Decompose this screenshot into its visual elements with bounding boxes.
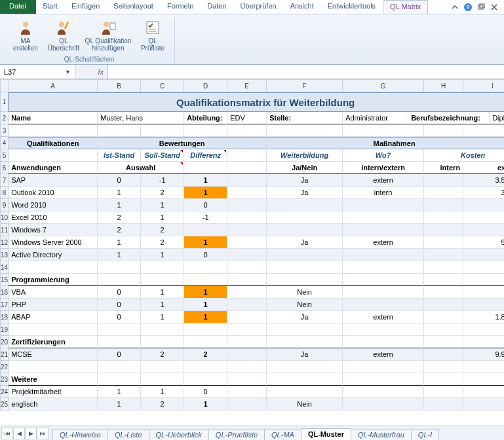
column-header[interactable]: E — [227, 79, 267, 92]
data-wo[interactable] — [343, 386, 424, 398]
data-item[interactable]: MCSE — [9, 348, 98, 361]
data-wo[interactable] — [343, 211, 424, 224]
empty-cell[interactable] — [98, 274, 141, 286]
data-soll[interactable]: 1 — [141, 249, 184, 261]
empty-cell[interactable] — [227, 224, 267, 236]
label-abteilung[interactable]: Abteilung: — [184, 112, 227, 124]
data-weiterbildung[interactable]: Ja — [267, 174, 343, 187]
empty-cell[interactable] — [227, 373, 267, 386]
subheader-ist[interactable]: Ist-Stand — [98, 149, 141, 162]
data-diff[interactable]: 0 — [184, 386, 227, 398]
window-restore-icon[interactable] — [476, 3, 486, 12]
empty-cell[interactable] — [9, 361, 98, 373]
section-weitere[interactable]: Weitere — [9, 373, 98, 386]
data-ist[interactable]: 0 — [98, 286, 141, 299]
empty-cell[interactable] — [267, 124, 343, 137]
data-intern[interactable] — [424, 236, 463, 249]
data-extern[interactable]: 390 € — [463, 187, 504, 199]
data-item[interactable]: Windows Server 2008 — [9, 236, 98, 249]
data-intern[interactable] — [424, 348, 463, 361]
row-header[interactable]: 9 — [0, 199, 9, 211]
data-soll[interactable]: 2 — [141, 348, 184, 361]
data-diff[interactable]: 0 — [184, 199, 227, 211]
data-soll[interactable]: 2 — [141, 187, 184, 199]
subheader-soll[interactable]: Soll-Stand — [141, 149, 184, 162]
sheet-tab[interactable]: QL-Hinweise — [52, 429, 108, 440]
data-diff[interactable]: 1 — [184, 286, 227, 299]
subheader-wo[interactable]: Wo? — [343, 149, 424, 162]
sheet-tab[interactable]: QL-Muster — [301, 428, 351, 440]
row-header[interactable]: 4 — [0, 137, 9, 149]
row-header[interactable]: 3 — [0, 124, 9, 137]
column-header[interactable]: I — [463, 79, 504, 92]
column-header[interactable]: A — [9, 79, 98, 92]
tab-developer[interactable]: Entwicklertools — [321, 0, 383, 14]
subheader-extern[interactable]: extern — [463, 162, 504, 174]
help-icon[interactable]: ? — [463, 3, 473, 12]
empty-cell[interactable] — [141, 361, 184, 373]
value-abteilung[interactable]: EDV — [227, 112, 267, 124]
data-item[interactable]: Active Directory — [9, 249, 98, 261]
data-weiterbildung[interactable]: Nein — [267, 286, 343, 299]
row-header[interactable]: 18 — [0, 311, 9, 323]
data-ist[interactable]: 2 — [98, 224, 141, 236]
data-wo[interactable]: extern — [343, 174, 424, 187]
empty-cell[interactable] — [227, 162, 267, 174]
subheader-auswahl[interactable]: Auswahl — [98, 162, 184, 174]
data-wo[interactable] — [343, 286, 424, 299]
sheet-tab[interactable]: QL-MA — [264, 429, 301, 440]
data-wo[interactable] — [343, 224, 424, 236]
empty-cell[interactable] — [98, 124, 141, 137]
data-ist[interactable]: 1 — [98, 187, 141, 199]
empty-cell[interactable] — [9, 323, 98, 336]
data-intern[interactable] — [424, 386, 463, 398]
data-item[interactable]: englisch — [9, 398, 98, 411]
data-item[interactable]: Word 2010 — [9, 199, 98, 211]
data-intern[interactable] — [424, 174, 463, 187]
sheet-tab[interactable]: QL-Pruefliste — [208, 429, 265, 440]
empty-cell[interactable] — [424, 323, 463, 336]
empty-cell[interactable] — [141, 373, 184, 386]
empty-cell[interactable] — [227, 274, 267, 286]
data-ist[interactable]: 1 — [98, 199, 141, 211]
data-ist[interactable]: 0 — [98, 174, 141, 187]
subheader-kosten[interactable]: Kosten — [424, 149, 504, 162]
data-ist[interactable]: 1 — [98, 249, 141, 261]
data-soll[interactable]: -1 — [141, 174, 184, 187]
subheader-weiterbildung[interactable]: Weiterbildung — [267, 149, 343, 162]
data-diff[interactable]: 1 — [184, 398, 227, 411]
empty-cell[interactable] — [227, 211, 267, 224]
data-soll[interactable]: 1 — [141, 199, 184, 211]
empty-cell[interactable] — [343, 323, 424, 336]
header-massnahmen[interactable]: Maßnahmen — [267, 137, 504, 149]
row-header[interactable]: 2 — [0, 112, 9, 124]
data-diff[interactable]: 0 — [184, 249, 227, 261]
tab-data[interactable]: Daten — [201, 0, 233, 14]
row-header[interactable]: 15 — [0, 274, 9, 286]
sheet-nav-last[interactable]: ⏭ — [37, 428, 48, 439]
sheet-tab[interactable]: QL-I — [411, 429, 439, 440]
data-extern[interactable] — [463, 299, 504, 311]
empty-cell[interactable] — [98, 336, 141, 348]
data-ist[interactable]: 0 — [98, 311, 141, 323]
tab-formulas[interactable]: Formeln — [161, 0, 201, 14]
data-item[interactable]: PHP — [9, 299, 98, 311]
empty-cell[interactable] — [463, 261, 504, 274]
empty-cell[interactable] — [141, 261, 184, 274]
data-intern[interactable] — [424, 286, 463, 299]
value-beruf[interactable]: Dipl. Informatiker — [490, 112, 504, 124]
empty-cell[interactable] — [227, 199, 267, 211]
empty-cell[interactable] — [227, 236, 267, 249]
row-header[interactable]: 1 — [0, 92, 9, 112]
column-header[interactable]: H — [424, 79, 463, 92]
row-header[interactable]: 19 — [0, 323, 9, 336]
empty-cell[interactable] — [463, 373, 504, 386]
data-ist[interactable]: 2 — [98, 211, 141, 224]
data-wo[interactable]: extern — [343, 348, 424, 361]
empty-cell[interactable] — [141, 323, 184, 336]
label-stelle[interactable]: Stelle: — [267, 112, 343, 124]
empty-cell[interactable] — [424, 336, 463, 348]
data-soll[interactable]: 1 — [141, 286, 184, 299]
sheet-tab[interactable]: QL-Liste — [107, 429, 149, 440]
sheet-nav-first[interactable]: ⏮ — [1, 428, 13, 439]
